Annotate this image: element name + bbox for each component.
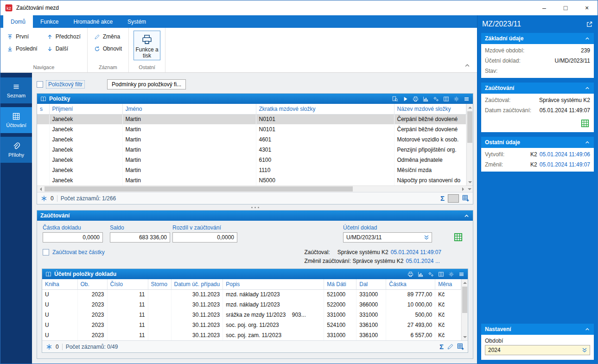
table-row[interactable]: Janeček Martin N0101 Čerpání běžné dovol… bbox=[37, 124, 466, 134]
book-icon bbox=[40, 96, 46, 102]
gears-icon[interactable] bbox=[433, 96, 439, 102]
column-header[interactable]: Název mzdové složky bbox=[394, 104, 466, 114]
table-row[interactable]: U 2023 11 30.11.2023 mzd. náklady 11/202… bbox=[42, 300, 461, 310]
table-row[interactable]: Janeček Martin 1110 Měsíční mzda bbox=[37, 165, 466, 175]
polozkovy-filtr-checkbox[interactable] bbox=[37, 81, 43, 88]
filter-asterisk-icon[interactable] bbox=[46, 344, 52, 350]
book-icon bbox=[45, 271, 51, 277]
sidebar-item-uctovani[interactable]: Účtování bbox=[0, 107, 32, 133]
table-row[interactable]: Janeček Martin 6100 Odměna jednatele bbox=[37, 155, 466, 165]
ribbon-tab[interactable]: Hromadné akce bbox=[66, 15, 120, 28]
table-row[interactable]: Janeček Martin N0101 Čerpání běžné dovol… bbox=[37, 114, 466, 124]
grid-plus-icon[interactable] bbox=[457, 343, 464, 350]
horizontal-scrollbar[interactable] bbox=[37, 185, 473, 192]
sum-button[interactable]: Σ bbox=[439, 343, 444, 351]
app-icon: k2 bbox=[5, 4, 13, 12]
table-row[interactable]: U 2023 11 30.11.2023 srážka ze mzdy 11/2… bbox=[42, 310, 461, 320]
edit-pencil-icon[interactable] bbox=[447, 343, 454, 350]
column-header[interactable]: Částka bbox=[386, 279, 435, 289]
section-header[interactable]: Základní údaje bbox=[481, 33, 594, 44]
sidebar-item-prilohy[interactable]: Přílohy bbox=[0, 137, 32, 163]
functions-print-button[interactable]: Funkce a tisk bbox=[134, 31, 160, 60]
changed-by-label: Změnil zaúčtování: bbox=[304, 258, 351, 264]
menu-icon[interactable] bbox=[464, 96, 470, 102]
chart-icon[interactable] bbox=[418, 271, 424, 277]
column-header[interactable]: Dal bbox=[356, 279, 386, 289]
sidebar-item-seznam[interactable]: Seznam bbox=[0, 77, 32, 103]
column-header[interactable]: s bbox=[37, 104, 49, 114]
filter-conditions-button[interactable]: Podmínky pro položkový fi... bbox=[107, 79, 186, 89]
panel-splitter[interactable] bbox=[37, 204, 473, 210]
list-icon bbox=[13, 83, 20, 90]
filter-asterisk-icon[interactable] bbox=[41, 195, 47, 202]
section-nastaveni: Nastavení Období 2024 bbox=[481, 324, 594, 360]
left-nav-sidebar: Seznam Účtování Přílohy bbox=[0, 73, 32, 364]
refresh-button[interactable]: Obnovit bbox=[92, 43, 124, 55]
zauctovat-bez-castky-checkbox[interactable] bbox=[43, 249, 49, 255]
castka-dokladu-input[interactable]: 0,0000 bbox=[43, 232, 103, 243]
column-header[interactable]: Jméno bbox=[122, 104, 256, 114]
ucetni-doklad-combo[interactable]: U/MD/2023/11 bbox=[343, 232, 432, 243]
gear-icon[interactable] bbox=[453, 96, 459, 102]
ribbon-tab[interactable]: Systém bbox=[120, 15, 153, 28]
maximize-button[interactable]: □ bbox=[555, 0, 576, 15]
column-header[interactable]: Má Dáti bbox=[324, 279, 356, 289]
columns-icon[interactable] bbox=[443, 96, 449, 102]
print-icon[interactable] bbox=[413, 96, 419, 102]
minimize-button[interactable]: – bbox=[534, 0, 555, 15]
previous-button[interactable]: Předchozí bbox=[45, 31, 83, 43]
column-header[interactable]: Zkratka mzdové složky bbox=[256, 104, 394, 114]
vertical-scrollbar[interactable] bbox=[461, 279, 468, 340]
table-row[interactable]: Janeček Martin N5000 Nápočty pro stanove… bbox=[37, 175, 466, 185]
detail-row: Mzdové období: 239 bbox=[485, 45, 590, 56]
menu-icon[interactable] bbox=[458, 271, 464, 277]
column-header[interactable]: Kniha bbox=[42, 279, 77, 289]
obdobi-combo[interactable]: 2024 bbox=[485, 345, 590, 355]
table-row[interactable]: Janeček Martin 4301 Penzijní připojištěn… bbox=[37, 145, 466, 155]
column-header[interactable]: Číslo bbox=[107, 279, 148, 289]
ribbon-tab[interactable]: Domů bbox=[3, 15, 33, 28]
ribbon-tab[interactable]: Funkce bbox=[33, 15, 66, 28]
saldo-input[interactable]: 683 336,00 bbox=[110, 232, 170, 243]
table-row[interactable]: U 2023 11 30.11.2023 soc. poj. zam. 11/2… bbox=[42, 330, 461, 340]
column-header[interactable]: Storno bbox=[148, 279, 171, 289]
play-icon[interactable] bbox=[402, 96, 408, 102]
close-button[interactable]: × bbox=[576, 0, 598, 15]
table-row[interactable]: Janeček Martin 4601 Motorové vozidlo k o… bbox=[37, 134, 466, 145]
zauctovani-form: Částka dokladu 0,0000 Saldo 683 336,00 R… bbox=[37, 221, 473, 267]
section-header[interactable]: Ostatní údaje bbox=[481, 137, 594, 148]
table-row[interactable]: U 2023 11 30.11.2023 soc. poj. org. 11/2… bbox=[42, 320, 461, 330]
window-title: Zaúčtování mezd bbox=[16, 5, 59, 11]
column-header[interactable]: Popis bbox=[223, 279, 324, 289]
polozky-table: sPříjmeníJménoZkratka mzdové složkyNázev… bbox=[37, 104, 466, 185]
grid-plus-icon[interactable] bbox=[462, 195, 469, 202]
sum-button[interactable]: Σ bbox=[440, 194, 445, 202]
column-header[interactable]: Ob. bbox=[77, 279, 107, 289]
table-row[interactable]: U 2023 11 30.11.2023 mzd. náklady 11/202… bbox=[42, 289, 461, 300]
columns-icon[interactable] bbox=[438, 271, 444, 277]
first-button[interactable]: První bbox=[5, 31, 39, 43]
gear-icon[interactable] bbox=[448, 271, 454, 277]
filter-row: Položkový filtr Podmínky pro položkový f… bbox=[37, 78, 473, 90]
open-detail-icon[interactable] bbox=[586, 21, 593, 28]
last-button[interactable]: Poslední bbox=[5, 43, 39, 55]
ribbon-collapse-icon[interactable] bbox=[464, 62, 471, 69]
gears-icon[interactable] bbox=[428, 271, 434, 277]
vertical-scrollbar[interactable] bbox=[466, 104, 473, 185]
section-header[interactable]: Zaúčtování bbox=[481, 83, 594, 94]
gray-button[interactable] bbox=[448, 194, 459, 203]
ledger-grid-icon[interactable] bbox=[454, 233, 463, 242]
find-icon[interactable] bbox=[392, 96, 398, 102]
section-header[interactable]: Nastavení bbox=[481, 324, 594, 335]
polozkovy-filtr-label[interactable]: Položkový filtr bbox=[46, 80, 85, 89]
next-button[interactable]: Další bbox=[45, 43, 83, 55]
print-icon[interactable] bbox=[407, 271, 414, 277]
column-header[interactable]: Příjmení bbox=[49, 104, 122, 114]
rozdil-input[interactable]: 0,0000 bbox=[172, 232, 237, 243]
ledger-grid-icon[interactable] bbox=[581, 119, 589, 128]
change-button[interactable]: Změna bbox=[92, 31, 124, 43]
column-header[interactable]: Měna bbox=[435, 279, 461, 289]
column-header[interactable]: Datum úč. případu bbox=[171, 279, 223, 289]
collapse-chevron-icon[interactable] bbox=[464, 213, 470, 219]
chart-icon[interactable] bbox=[423, 96, 429, 102]
